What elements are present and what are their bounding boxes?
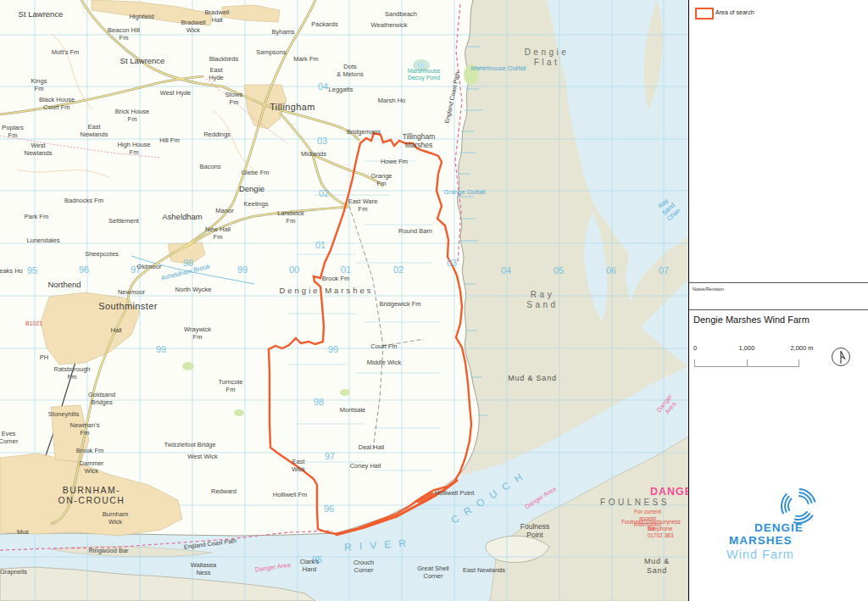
map-label: Bradwell Wick — [181, 19, 206, 35]
map-label: Holliwell Fm — [273, 492, 307, 499]
map-label: Black House Court Fm — [39, 97, 75, 112]
map-label: Foulness/Shoeburyness Da — [621, 519, 681, 531]
map-label: East Newlands — [463, 567, 505, 575]
map-label: Coney Hall — [350, 463, 381, 470]
logo-line-3: Wind Farm — [726, 548, 794, 561]
map-label: PH — [40, 354, 48, 362]
map-label: 97 — [325, 451, 335, 462]
map-label: Danger Area — [255, 562, 292, 575]
map-label: 99 — [156, 344, 166, 355]
map-label: Ray Sand — [526, 290, 558, 310]
map-label: New Hall Fm — [205, 226, 231, 242]
map-label: St Lawrence — [19, 9, 64, 19]
separator — [689, 282, 868, 283]
map-label: Danger Area — [655, 393, 680, 419]
map-label: Badnocks Fm — [64, 198, 103, 205]
map-label: Glebe Fm — [242, 170, 270, 177]
map-label: Ray Sand Chan — [654, 194, 684, 224]
map-label: East Ware Fm — [348, 198, 378, 214]
map-label: 02 — [393, 264, 403, 275]
map-label: Reddings — [203, 131, 231, 139]
map-label: Grange Fm — [370, 173, 392, 188]
logo-line-2: MARSHES — [729, 534, 793, 547]
map-label: Manor — [215, 208, 233, 215]
map-label: Brook Fm — [76, 448, 104, 455]
map-label: Park Fm — [25, 214, 48, 221]
scale-tick — [747, 359, 748, 367]
map-label: Clark's Hard — [300, 559, 320, 574]
map-label: 03 — [317, 136, 327, 147]
map-label: Bradwell Hall — [205, 9, 230, 25]
map-label: Asheldham Brook — [160, 264, 211, 283]
map-label: Dots & Melons — [337, 64, 363, 79]
map-label: Crouch Corner — [353, 559, 374, 575]
map-label: Kings Fm — [31, 78, 47, 93]
map-label: 07 — [659, 265, 669, 276]
map-label: Byhams — [271, 29, 294, 36]
map-label: 95 — [27, 265, 37, 276]
map-label: Turncole Fm — [219, 379, 243, 394]
map-label: Highfield — [129, 14, 153, 21]
map-label: Marshhouse Decoy Pond — [408, 68, 441, 82]
map-label: St Lawrence — [120, 56, 165, 65]
map-label: Dengie Flat — [525, 47, 570, 68]
map-labels: 9596979899000102030405060704030201999998… — [0, 0, 688, 601]
map-label: East Wick — [292, 459, 305, 474]
map-label: Round Barn — [398, 228, 432, 236]
scale-label-1000: 1,000 — [739, 344, 755, 352]
scale-label-2000: 2,000 m — [790, 344, 813, 352]
map-label: England Coast Path — [184, 537, 237, 551]
map-label: Dengie Marshes — [279, 286, 373, 295]
map-label: Landwick Fm — [277, 210, 303, 225]
map-label: Sampsons — [256, 49, 286, 57]
map-label: telephone 01702 383 — [647, 526, 675, 538]
map-label: Brook Fm — [322, 275, 350, 283]
map-label: 95 — [312, 554, 322, 565]
map-label: Stows Fm — [225, 92, 242, 107]
scale-tick — [798, 359, 799, 367]
map-label: 96 — [324, 504, 334, 515]
map-label: RIVER — [344, 537, 414, 554]
map-label: 01 — [315, 240, 326, 251]
map-label: Court Fm — [370, 343, 397, 351]
map-label: Northend — [47, 280, 81, 289]
map-label: 99 — [237, 264, 248, 275]
map-label: Bridgemans — [347, 129, 381, 136]
notes-revision-label: Notes/Revision — [693, 287, 724, 292]
separator — [689, 309, 868, 310]
map-label: 02 — [319, 188, 329, 199]
map-label: Queaks Ho — [0, 268, 23, 275]
map-label: BURNHAM- ON-CROUCH — [58, 485, 125, 506]
map-label: Weatherwick — [371, 22, 408, 30]
map-label: 96 — [79, 264, 89, 275]
map-label: Lunendales — [27, 237, 60, 245]
map-label: Sandbeach — [385, 11, 417, 19]
map-label: Mus — [17, 529, 29, 537]
map-label: 03 — [447, 258, 457, 269]
map-label: Stoneyhills — [48, 411, 79, 419]
map-label: Sheepcotes — [85, 251, 119, 259]
map-label: Settlement — [108, 218, 139, 225]
map-label: Grange Outfall — [444, 189, 486, 197]
map-label: For current access information — [627, 509, 668, 528]
map-label: 98 — [314, 397, 324, 408]
map-label: East Newlands — [81, 124, 108, 139]
map-label: Middle Wick — [367, 359, 401, 367]
legend-swatch-area-of-search — [695, 8, 714, 19]
map-label: 99 — [328, 344, 338, 355]
legend-label: Area of search — [715, 9, 754, 15]
map-label: Southminster — [98, 301, 158, 312]
map-label: Newmoor — [118, 289, 145, 297]
scale-label-0: 0 — [693, 344, 697, 352]
map-label: West Newlands — [25, 142, 53, 158]
map-label: Hill Fm — [159, 137, 179, 145]
map-label: Redward — [211, 488, 236, 496]
map-label: Mud & Sand — [508, 374, 557, 383]
map-label: Newman's Fm — [70, 422, 100, 437]
map-label: Oldmoor — [137, 264, 162, 271]
map-label: Wraywick Fm — [184, 326, 211, 342]
map-label: Keelings — [244, 201, 269, 209]
map-label: Tillingham Marshes — [403, 132, 435, 149]
map-label: England Coast Path — [443, 71, 461, 125]
map-label: Marshhouse Outfall — [470, 65, 526, 73]
